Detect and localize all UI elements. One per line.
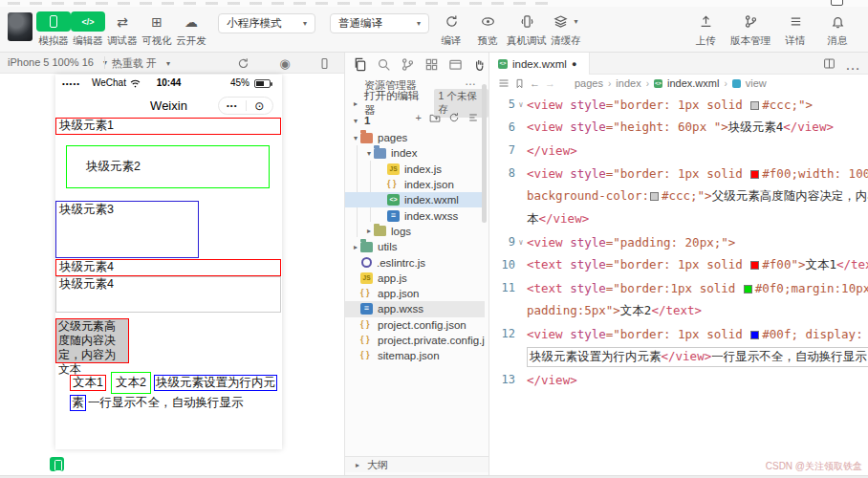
grab-hand-icon[interactable] xyxy=(472,57,487,72)
color-swatch[interactable] xyxy=(750,101,759,110)
toolbar-upload-button[interactable]: 上传 xyxy=(688,11,723,48)
text2-span: 文本2 xyxy=(111,372,151,394)
new-file-icon[interactable]: + xyxy=(416,112,422,125)
code-token: ="height: 60px "> xyxy=(606,120,728,134)
source-control-icon[interactable] xyxy=(401,57,415,72)
avatar[interactable] xyxy=(8,12,33,41)
tree-item-project.config.json[interactable]: project.config.json xyxy=(345,317,485,333)
code-area[interactable]: 5∨<view style="border: 1px solid #ccc;">… xyxy=(490,93,868,391)
tree-item-index.json[interactable]: index.json xyxy=(345,177,485,192)
tree-item-project.private.config.js...[interactable]: project.private.config.js... xyxy=(345,333,485,348)
details-label: 详情 xyxy=(786,34,806,48)
color-swatch[interactable] xyxy=(744,285,752,293)
tree-item-app.js[interactable]: app.js xyxy=(345,271,485,286)
files-icon[interactable] xyxy=(353,57,367,72)
chevron-down-icon: ▾ xyxy=(303,19,307,28)
more-menu-icon[interactable]: ••• xyxy=(219,101,246,110)
outline-menu-icon[interactable] xyxy=(498,77,510,89)
outline-section[interactable]: ▸ 大纲 xyxy=(345,456,488,472)
toolbar-left-group: 模拟器</>编辑器⇄调试器⊞可视化☁云开发 xyxy=(36,11,208,48)
search-icon[interactable] xyxy=(377,57,391,72)
hot-reload-toggle[interactable]: 热重载 开 ▾ xyxy=(112,56,170,71)
code-token: style xyxy=(570,235,606,250)
mode-dropdown[interactable]: 小程序模式 ▾ xyxy=(218,13,315,33)
chevron-right-icon: ▸ xyxy=(364,227,374,235)
split-editor-icon[interactable] xyxy=(823,56,835,74)
main-toolbar: 模拟器</>编辑器⇄调试器⊞可视化☁云开发 小程序模式 ▾ 普通编译 ▾ 编译预… xyxy=(0,7,868,53)
open-editors-section[interactable]: ▸ 打开的编辑器 1 个未保存 xyxy=(345,95,488,112)
color-swatch[interactable] xyxy=(750,261,759,270)
folder-logs-icon xyxy=(374,226,386,236)
code-line-content: padding:5px">文本2</text> xyxy=(527,303,702,319)
close-minimize-icon[interactable]: ⊙ xyxy=(247,100,273,112)
tree-item-index.wxss[interactable]: index.wxss xyxy=(345,207,485,223)
chevron-down-icon: ▾ xyxy=(351,117,360,125)
devtools-dock-icon[interactable] xyxy=(50,457,64,471)
toolbar-compile-button[interactable]: 编译 xyxy=(434,11,468,48)
explorer-scrollbar[interactable] xyxy=(482,84,487,223)
window-icon[interactable] xyxy=(831,0,843,6)
window-icon[interactable] xyxy=(448,57,463,72)
device-selector[interactable]: iPhone 5 100% 16 ▾ xyxy=(8,56,107,68)
breadcrumb-pages[interactable]: pages xyxy=(575,77,603,89)
breadcrumb-view[interactable]: view xyxy=(746,77,767,89)
tree-item-.eslintrc.js[interactable]: .eslintrc.js xyxy=(345,254,485,270)
toolbar-version-manage-button[interactable]: 版本管理 xyxy=(730,11,770,48)
tab-index-wxml[interactable]: index.wxml ● xyxy=(490,53,590,75)
capsule-menu[interactable]: ••• ⊙ xyxy=(218,97,273,115)
collapse-all-icon[interactable] xyxy=(467,112,479,125)
toolbar-details-button[interactable]: 详情 xyxy=(778,11,813,48)
tree-item-index.wxml[interactable]: index.wxml xyxy=(345,192,485,207)
new-folder-icon[interactable] xyxy=(429,112,441,125)
tree-item-label: index.js xyxy=(404,163,442,175)
bookmark-icon[interactable] xyxy=(514,78,525,89)
toolbar-right-group: 上传版本管理详情消息 xyxy=(688,11,855,48)
code-token: <view xyxy=(527,98,570,112)
toolbar-clear-cache-button[interactable]: ▾清缓存 xyxy=(549,11,583,48)
fold-chevron-icon[interactable]: ∨ xyxy=(515,238,527,247)
code-token: 块级元素4 xyxy=(728,120,784,134)
more-actions-icon[interactable]: … xyxy=(845,56,860,74)
code-token: #ccc;"> xyxy=(762,98,813,112)
toolbar-simulator-button[interactable]: 模拟器 xyxy=(36,11,71,48)
extensions-icon[interactable] xyxy=(424,57,439,72)
toolbar-cloud-dev-button[interactable]: ☁云开发 xyxy=(174,11,208,48)
toolbar-messages-button[interactable]: 消息 xyxy=(820,11,855,48)
tree-item-app.wxss[interactable]: app.wxss xyxy=(345,301,485,316)
text1-span: 文本1 xyxy=(70,375,106,391)
color-swatch[interactable] xyxy=(750,331,759,339)
color-swatch[interactable] xyxy=(650,192,659,201)
code-token: <text xyxy=(527,281,570,295)
more-actions-icon[interactable]: … xyxy=(465,75,477,88)
tree-item-index[interactable]: ▾index xyxy=(345,145,485,161)
tree-item-app.json[interactable]: app.json xyxy=(345,286,485,301)
tree-item-pages[interactable]: ▾pages xyxy=(345,130,485,145)
forward-icon[interactable]: → xyxy=(545,77,555,89)
phone-frame-icon[interactable] xyxy=(316,55,332,71)
editor-icon: </> xyxy=(71,11,105,32)
refresh-icon[interactable] xyxy=(448,112,460,125)
tree-item-sitemap.json[interactable]: sitemap.json xyxy=(345,348,485,363)
back-icon[interactable]: ← xyxy=(530,77,540,89)
record-icon[interactable]: ◉ xyxy=(277,55,293,71)
fold-chevron-icon[interactable]: ∨ xyxy=(515,100,527,109)
code-line-wrap: 本</view> xyxy=(490,207,868,230)
line-number: 12 xyxy=(490,327,515,340)
details-icon xyxy=(789,11,803,32)
toolbar-debugger-button[interactable]: ⇄调试器 xyxy=(105,11,140,48)
color-swatch[interactable] xyxy=(750,170,759,179)
project-root-row[interactable]: ▾ 1 + xyxy=(345,112,488,129)
breadcrumb-index[interactable]: index xyxy=(616,77,640,89)
toolbar-visualization-button[interactable]: ⊞可视化 xyxy=(140,11,174,48)
refresh-icon[interactable] xyxy=(235,55,250,71)
tree-item-utils[interactable]: ▸utils xyxy=(345,239,485,254)
folder-utils-icon xyxy=(360,242,373,252)
breadcrumb-file[interactable]: index.wxml xyxy=(667,77,719,89)
toolbar-editor-button[interactable]: </>编辑器 xyxy=(71,11,105,48)
code-token: <view xyxy=(527,235,570,250)
tree-item-index.js[interactable]: index.js xyxy=(345,162,485,177)
toolbar-device-debug-button[interactable]: 真机调试 xyxy=(507,11,547,48)
compile-mode-dropdown[interactable]: 普通编译 ▾ xyxy=(330,13,429,33)
tree-item-logs[interactable]: ▸logs xyxy=(345,224,485,239)
toolbar-preview-button[interactable]: 预览 xyxy=(470,11,505,48)
